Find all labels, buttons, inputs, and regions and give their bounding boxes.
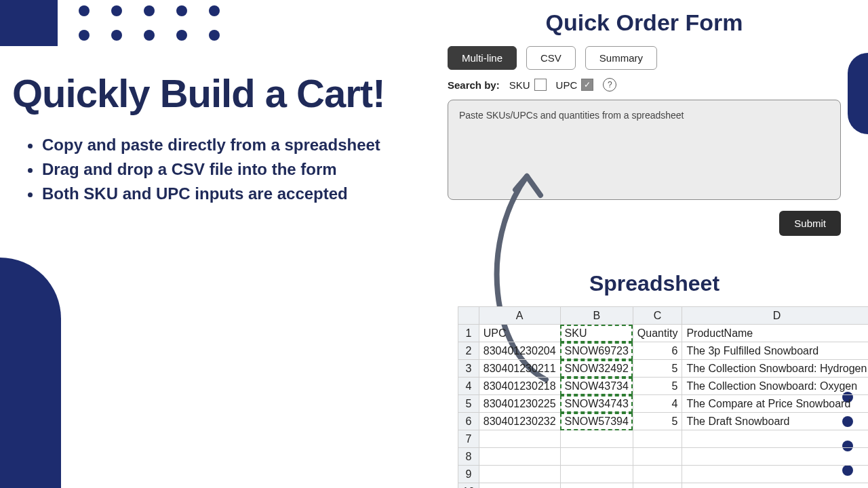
table-row: 8 — [458, 448, 869, 466]
sku-checkbox[interactable] — [534, 79, 547, 91]
sku-checkbox-group[interactable]: SKU — [509, 79, 547, 91]
cell[interactable]: 5 — [633, 378, 682, 395]
col-header[interactable]: B — [560, 307, 633, 325]
page-headline: Quickly Build a Cart! — [12, 70, 384, 116]
cell[interactable]: 830401230232 — [479, 413, 560, 430]
table-row: 6 830401230232 SNOW57394 5 The Draft Sno… — [458, 413, 869, 430]
help-icon[interactable]: ? — [603, 78, 616, 92]
cell[interactable]: The Collection Snowboard: Hydrogen — [682, 360, 868, 378]
qof-title: Quick Order Form — [448, 9, 841, 36]
table-row: 1 UPC SKU Quantity ProductName — [458, 325, 869, 342]
paste-textarea[interactable]: Paste SKUs/UPCs and quantities from a sp… — [448, 100, 841, 200]
col-header[interactable]: A — [479, 307, 560, 325]
cell[interactable]: Quantity — [633, 325, 682, 342]
cell[interactable]: 830401230204 — [479, 342, 560, 360]
submit-button[interactable]: Submit — [779, 211, 841, 236]
upc-label: UPC — [556, 79, 578, 91]
qof-tabs: Multi-line CSV Summary — [448, 43, 841, 78]
table-row: 2 830401230204 SNOW69723 6 The 3p Fulfil… — [458, 342, 869, 360]
cell[interactable]: 830401230218 — [479, 378, 560, 395]
table-row: 5 830401230225 SNOW34743 4 The Compare a… — [458, 395, 869, 413]
bullet-item: Both SKU and UPC inputs are accepted — [42, 182, 380, 206]
cell[interactable]: 830401230225 — [479, 395, 560, 413]
cell[interactable]: 6 — [633, 342, 682, 360]
decor-top-left — [0, 0, 58, 46]
spreadsheet-title: Spreadsheet — [458, 271, 851, 296]
quick-order-form: Multi-line CSV Summary Search by: SKU UP… — [448, 43, 841, 236]
feature-bullets: Copy and paste directly from a spreadshe… — [24, 133, 380, 206]
decor-bottom-left — [0, 258, 61, 488]
cell[interactable]: SNOW69723 — [560, 342, 633, 360]
cell[interactable]: SNOW57394 — [560, 413, 633, 430]
table-row: 10 — [458, 483, 869, 489]
col-header[interactable]: D — [682, 307, 868, 325]
cell[interactable]: SNOW34743 — [560, 395, 633, 413]
cell[interactable]: ProductName — [682, 325, 868, 342]
search-by-row: Search by: SKU UPC ✓ ? — [448, 78, 841, 92]
tab-multiline[interactable]: Multi-line — [448, 46, 517, 70]
cell[interactable]: SNOW32492 — [560, 360, 633, 378]
dots-top-left — [68, 0, 231, 49]
table-row: 7 — [458, 430, 869, 448]
tab-summary[interactable]: Summary — [585, 46, 657, 70]
cell[interactable]: 830401230211 — [479, 360, 560, 378]
search-by-label: Search by: — [448, 79, 500, 91]
cell[interactable]: The 3p Fulfilled Snowboard — [682, 342, 868, 360]
cell[interactable]: The Compare at Price Snowboard — [682, 395, 868, 413]
cell[interactable]: SKU — [560, 325, 633, 342]
cell[interactable]: 5 — [633, 413, 682, 430]
bullet-item: Drag and drop a CSV file into the form — [42, 157, 380, 182]
cell[interactable]: SNOW43734 — [560, 378, 633, 395]
table-row: 3 830401230211 SNOW32492 5 The Collectio… — [458, 360, 869, 378]
table-row: 9 — [458, 466, 869, 483]
upc-checkbox-group[interactable]: UPC ✓ — [556, 79, 594, 91]
decor-right — [848, 53, 868, 134]
bullet-item: Copy and paste directly from a spreadshe… — [42, 133, 380, 157]
upc-checkbox[interactable]: ✓ — [581, 79, 593, 91]
table-row: 4 830401230218 SNOW43734 5 The Collectio… — [458, 378, 869, 395]
sku-label: SKU — [509, 79, 530, 91]
spreadsheet-grid: A B C D 1 UPC SKU Quantity ProductName 2… — [458, 306, 868, 488]
cell[interactable]: The Collection Snowboard: Oxygen — [682, 378, 868, 395]
cell[interactable]: 5 — [633, 360, 682, 378]
col-header[interactable]: C — [633, 307, 682, 325]
tab-csv[interactable]: CSV — [526, 46, 576, 70]
cell[interactable]: UPC — [479, 325, 560, 342]
cell[interactable]: The Draft Snowboard — [682, 413, 868, 430]
cell[interactable]: 4 — [633, 395, 682, 413]
ss-corner[interactable] — [458, 307, 479, 325]
